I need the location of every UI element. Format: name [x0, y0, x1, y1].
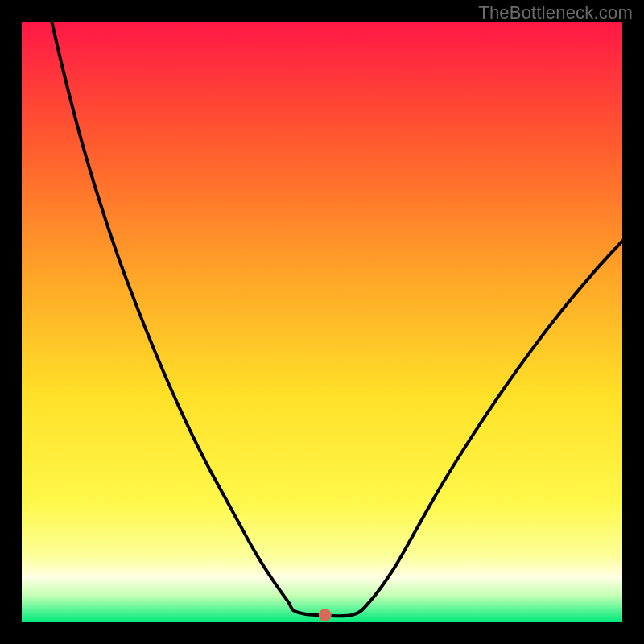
chart-background	[22, 22, 622, 622]
marker-dot	[319, 609, 332, 621]
chart-frame: TheBottleneck.com	[0, 0, 644, 644]
chart-svg	[22, 22, 622, 622]
watermark-text: TheBottleneck.com	[478, 2, 633, 23]
chart-plot-area	[22, 22, 622, 622]
